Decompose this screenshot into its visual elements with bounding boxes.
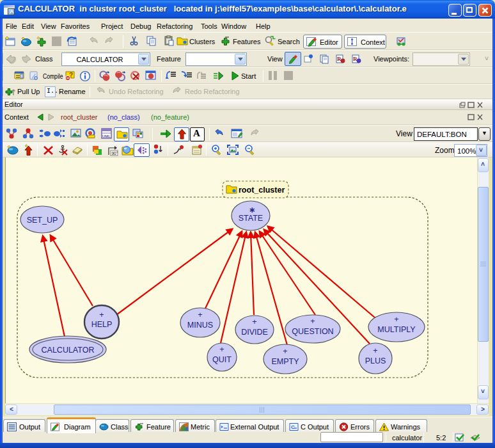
svg-text:UML: UML [102, 134, 111, 138]
svg-text:MULTIPLY: MULTIPLY [377, 325, 416, 334]
svg-text:SET_UP: SET_UP [27, 216, 58, 225]
svg-text:+: + [373, 346, 377, 355]
svg-text:∗: ∗ [249, 205, 255, 214]
svg-text:+: + [394, 315, 398, 324]
svg-text:+: + [198, 310, 202, 319]
svg-text:+: + [99, 310, 104, 319]
svg-text:+: + [283, 347, 287, 356]
svg-text:STATE: STATE [239, 214, 263, 223]
svg-text:MINUS: MINUS [187, 321, 213, 330]
svg-text:PLUS: PLUS [365, 356, 386, 365]
svg-text:EMPTY: EMPTY [271, 357, 299, 366]
svg-text:QUIT: QUIT [212, 355, 232, 364]
svg-text:90°: 90° [112, 151, 118, 156]
svg-text:root_cluster: root_cluster [239, 186, 285, 195]
svg-text:HELP: HELP [91, 320, 113, 329]
svg-text:DIVIDE: DIVIDE [241, 328, 268, 337]
svg-text:+: + [310, 317, 315, 326]
svg-text:C: C [291, 424, 295, 430]
svg-text:+: + [252, 317, 256, 326]
svg-text:+: + [219, 345, 224, 354]
svg-text:CALCULATOR: CALCULATOR [42, 346, 95, 355]
svg-text:QUESTION: QUESTION [292, 327, 333, 336]
